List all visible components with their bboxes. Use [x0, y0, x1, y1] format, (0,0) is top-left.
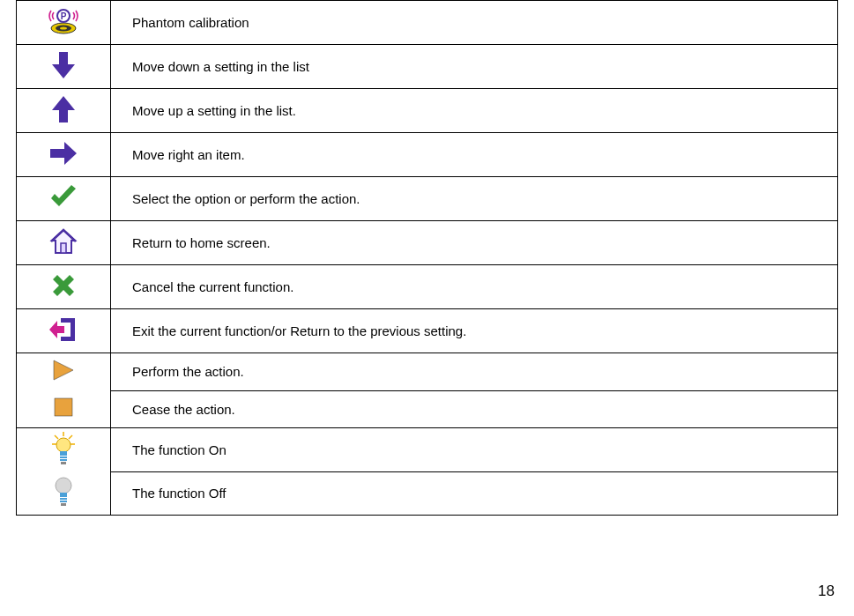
stop-icon — [53, 397, 74, 421]
row-description: Move down a setting in the list — [132, 59, 309, 74]
home-icon — [49, 227, 78, 259]
table-row: The function On — [17, 428, 838, 472]
row-description: Exit the current function/or Return to t… — [132, 323, 466, 338]
row-description: Perform the action. — [132, 364, 244, 379]
svg-point-2 — [60, 26, 67, 29]
svg-line-9 — [69, 435, 72, 439]
table-row: Move down a setting in the list — [17, 45, 838, 89]
row-description: The function Off — [132, 486, 226, 501]
svg-rect-19 — [60, 498, 67, 500]
svg-rect-6 — [55, 398, 72, 416]
table-row: Cancel the current function. — [17, 265, 838, 309]
svg-point-17 — [56, 478, 71, 494]
row-description: Select the option or perform the action. — [132, 191, 360, 206]
table-row: Exit the current function/or Return to t… — [17, 309, 838, 353]
svg-point-12 — [56, 438, 71, 452]
play-icon — [50, 358, 77, 386]
exit-icon — [48, 315, 78, 347]
arrow-down-icon — [50, 50, 77, 84]
icon-legend-table: P Phantom calibration Move down a settin… — [16, 0, 838, 516]
table-row: Select the option or perform the action. — [17, 177, 838, 221]
row-description: Move right an item. — [132, 147, 245, 162]
row-description: Phantom calibration — [132, 15, 249, 30]
row-description: Cease the action. — [132, 402, 235, 417]
page-number: 18 — [818, 583, 835, 600]
checkmark-icon — [48, 184, 78, 214]
svg-rect-16 — [61, 462, 66, 464]
svg-text:P: P — [61, 11, 67, 21]
phantom-calibration-icon: P — [48, 7, 79, 39]
row-description: Return to home screen. — [132, 235, 271, 250]
svg-line-8 — [55, 435, 58, 439]
svg-rect-18 — [60, 493, 67, 497]
row-description: Move up a setting in the list. — [132, 103, 296, 118]
row-description: The function On — [132, 442, 226, 457]
table-row: Move right an item. — [17, 133, 838, 177]
table-row: The function Off — [17, 471, 838, 516]
table-row: Cease the action. — [17, 390, 838, 428]
bulb-on-icon — [51, 432, 76, 469]
svg-rect-21 — [61, 503, 66, 506]
table-row: Move up a setting in the list. — [17, 89, 838, 133]
svg-rect-15 — [60, 459, 67, 461]
svg-rect-14 — [60, 456, 67, 458]
arrow-up-icon — [50, 94, 77, 128]
svg-rect-5 — [61, 243, 66, 253]
cancel-x-icon — [50, 272, 77, 302]
bulb-off-icon — [53, 476, 74, 511]
table-row: P Phantom calibration — [17, 1, 838, 45]
row-description: Cancel the current function. — [132, 279, 293, 294]
svg-rect-13 — [60, 451, 67, 456]
arrow-right-icon — [48, 140, 78, 170]
table-row: Return to home screen. — [17, 221, 838, 265]
table-row: Perform the action. — [17, 353, 838, 391]
svg-rect-20 — [60, 501, 67, 502]
